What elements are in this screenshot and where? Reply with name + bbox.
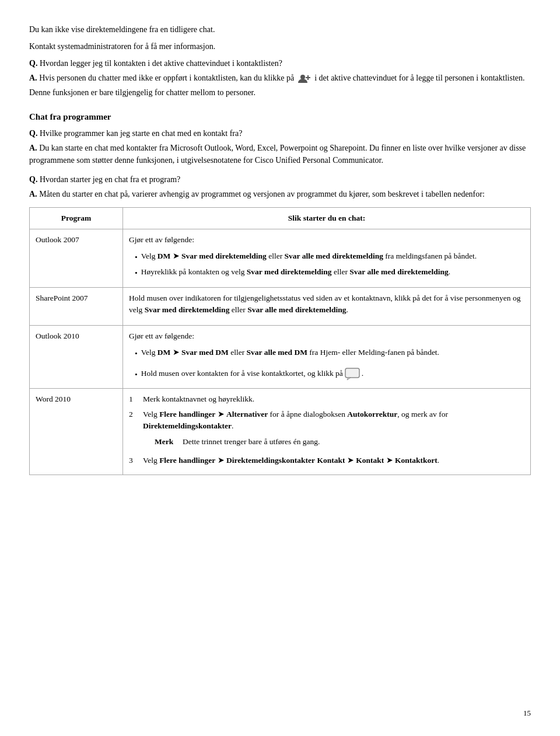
qa-block-2: Q. Hvilke programmer kan jeg starte en c… [29, 127, 531, 166]
program-cell: Outlook 2010 [30, 326, 123, 389]
bullet-item: •Høyreklikk på kontakten og velg Svar me… [135, 266, 524, 279]
a3-label: A. [29, 190, 37, 198]
bullet-item: •Velg DM ➤ Svar med DM eller Svar alle m… [135, 347, 524, 360]
a1-line2: Denne funksjonen er bare tilgjengelig fo… [29, 86, 531, 99]
instruction-cell: Gjør ett av følgende:•Velg DM ➤ Svar med… [123, 229, 531, 287]
table-row: Outlook 2010Gjør ett av følgende:•Velg D… [30, 326, 531, 389]
q3-text: Hvordan starter jeg en chat fra et progr… [40, 175, 180, 184]
a1-text2: Denne funksjonen er bare tilgjengelig fo… [29, 88, 256, 97]
page-content: Du kan ikke vise direktemeldingene fra e… [29, 23, 531, 475]
numbered-item: 1Merk kontaktnavnet og høyreklikk. [129, 393, 524, 405]
numbered-item: 2Velg Flere handlinger ➤ Alternativer fo… [129, 409, 524, 451]
q2-text: Hvilke programmer kan jeg starte en chat… [40, 129, 243, 138]
section-heading: Chat fra programmer [29, 110, 531, 124]
table-row: Word 20101Merk kontaktnavnet og høyrekli… [30, 388, 531, 475]
table-row: Outlook 2007Gjør ett av følgende:•Velg D… [30, 229, 531, 287]
q2-line: Q. Hvilke programmer kan jeg starte en c… [29, 127, 531, 139]
a1-text-post: i det aktive chattevinduet for å legge t… [314, 74, 524, 82]
instruction-cell: 1Merk kontaktnavnet og høyreklikk.2Velg … [123, 388, 531, 475]
q3-label: Q. [29, 175, 37, 184]
intro-line1: Du kan ikke vise direktemeldingene fra e… [29, 23, 531, 36]
a2-label: A. [29, 144, 37, 152]
svg-point-0 [300, 75, 305, 79]
table-row: SharePoint 2007Hold musen over indikator… [30, 287, 531, 326]
a2-line: A. Du kan starte en chat med kontakter f… [29, 142, 531, 166]
a1-label: A. [29, 74, 37, 82]
qa-block-1: Q. Hvordan legger jeg til kontakten i de… [29, 57, 531, 99]
svg-rect-6 [345, 368, 359, 378]
table-col2-header: Slik starter du en chat: [123, 207, 531, 229]
q1-line: Q. Hvordan legger jeg til kontakten i de… [29, 57, 531, 69]
program-cell: SharePoint 2007 [30, 287, 123, 326]
bullet-item: •Hold musen over kontakten for å vise ko… [135, 368, 524, 381]
a1-line: A. Hvis personen du chatter med ikke er … [29, 72, 531, 84]
a3-text: Måten du starter en chat på, varierer av… [39, 190, 485, 198]
note-block: MerkDette trinnet trenger bare å utføres… [155, 436, 524, 448]
qa-block-3: Q. Hvordan starter jeg en chat fra et pr… [29, 173, 531, 200]
table-col1-header: Program [30, 207, 123, 229]
q1-label: Q. [29, 59, 37, 68]
sharepoint-instruction: Hold musen over indikatoren for tilgjeng… [129, 292, 524, 316]
instruction-cell: Gjør ett av følgende:•Velg DM ➤ Svar med… [123, 326, 531, 389]
program-cell: Outlook 2007 [30, 229, 123, 287]
a2-text: Du kan starte en chat med kontakter fra … [39, 144, 367, 152]
numbered-item: 3Velg Flere handlinger ➤ Direktemeldings… [129, 455, 524, 466]
q1-text: Hvordan legger jeg til kontakten i det a… [40, 59, 282, 68]
a1-text-pre: Hvis personen du chatter med ikke er opp… [39, 74, 294, 82]
intro-line2: Kontakt systemadministratoren for å få m… [29, 40, 531, 53]
q2-label: Q. [29, 129, 37, 138]
q3-line: Q. Hvordan starter jeg en chat fra et pr… [29, 173, 531, 186]
program-cell: Word 2010 [30, 388, 123, 475]
instruction-cell: Hold musen over indikatoren for tilgjeng… [123, 287, 531, 326]
bullet-item: •Velg DM ➤ Svar med direktemelding eller… [135, 250, 524, 263]
a3-line: A. Måten du starter en chat på, varierer… [29, 188, 531, 200]
program-table: Program Slik starter du en chat: Outlook… [29, 207, 531, 476]
add-contact-icon [298, 74, 311, 84]
